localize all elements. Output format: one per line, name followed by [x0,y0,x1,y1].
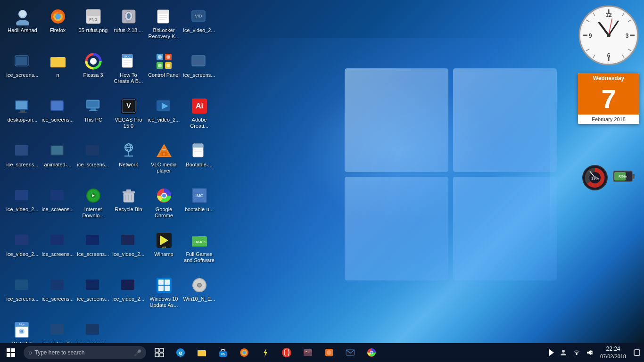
winamp-taskbar-button[interactable] [255,343,276,362]
icon-ice-screen-11[interactable]: ice_screens... [75,273,111,318]
microphone-icon: 🎤 [134,349,141,356]
icon-vegas-pro[interactable]: V VEGAS Pro 15.0 [111,94,146,139]
svg-rect-3 [453,177,557,280]
icon-bootable-a[interactable]: Bootable-... [182,139,217,184]
svg-rect-25 [16,57,27,65]
icon-full-games[interactable]: GAMES Full Games and Software [182,229,217,273]
show-hidden-icons-button[interactable] [546,343,557,362]
network-tray-icon[interactable] [570,343,583,362]
mail-taskbar-button[interactable] [339,343,361,362]
firefox-taskbar-button[interactable] [233,343,255,362]
icon-label: Hadil Arshad [8,27,37,33]
icon-label: This PC [84,117,102,123]
svg-rect-90 [123,191,135,193]
icon-google-chrome[interactable]: Google Chrome [146,184,182,229]
icon-ice-video-1[interactable]: VID ice_video_2... [182,5,217,49]
icon-recycle-bin[interactable]: Recycle Bin [111,184,146,229]
svg-rect-163 [11,348,15,352]
ice-screen-7-icon [49,231,67,250]
svg-text:Ai: Ai [196,102,203,110]
task-view-button[interactable] [149,343,170,362]
rufus-png-icon: PNG [84,7,103,26]
icon-ice-video-3[interactable]: ice_video_2... [5,184,40,229]
svg-text:12: 12 [605,12,612,18]
svg-rect-47 [16,101,27,109]
icon-05-rufus-png[interactable]: PNG 05-rufus.png [75,5,111,49]
icon-adobe-creative[interactable]: Ai Adobe Creati... [182,94,217,139]
photos-taskbar-button[interactable] [297,343,318,362]
icon-ice-screen-12[interactable]: ice_screens... [75,318,111,343]
icon-desktop-an[interactable]: desktop-an... [5,94,40,139]
icon-label: bootable-u... [185,206,214,213]
icon-win10-n-e[interactable]: Win10_N_E... [182,273,217,318]
icon-ice-screen-5[interactable]: ice_screens... [75,139,111,184]
icon-vlc[interactable]: VLC media player [146,139,182,184]
icon-this-pc[interactable]: This PC [75,94,111,139]
icon-picasa3[interactable]: Picasa 3 [75,49,111,94]
icon-ice-video-7[interactable]: ice_video_2... [40,318,75,343]
svg-rect-102 [50,235,64,245]
icon-ice-video-6[interactable]: ice_video_2... [111,273,146,318]
ice-screen-3-icon [49,97,67,115]
icon-bitlocker[interactable]: BitLocker Recovery K... [146,5,182,49]
icon-ice-screen-8[interactable]: ice_screens... [75,229,111,273]
icon-label: ice_screens... [77,251,109,257]
svg-rect-11 [86,9,100,16]
cpu-gauge: 11% [581,164,609,191]
icon-network[interactable]: Network [111,139,146,184]
icon-label: ice_video_2... [113,251,145,257]
internet-download-icon [84,186,103,205]
taskbar-search-bar[interactable]: ○ Type here to search 🎤 [24,346,146,359]
icon-label: Picasa 3 [83,72,103,78]
icon-ice-video-2[interactable]: ice_video_2... [146,94,182,139]
icon-ice-screen-7[interactable]: ice_screens... [40,229,75,273]
svg-rect-16 [126,20,131,22]
desktop: Hadil Arshad Firefox PNG [0,0,644,343]
full-games-icon: GAMES [190,231,209,250]
start-button[interactable] [0,343,21,362]
icon-waterfall[interactable]: Edge e Waterfall Example.ex... [5,318,40,343]
svg-rect-18 [157,10,169,14]
icon-bootable-u[interactable]: IMG bootable-u... [182,184,217,229]
edge-taskbar-button[interactable]: e [170,343,191,362]
icon-label: ice_video_2... [7,206,39,213]
svg-text:VID: VID [195,14,202,18]
icon-win10-update[interactable]: Windows 10 Update As... [146,273,182,318]
animated-icon [49,141,67,160]
icon-ice-screen-1[interactable]: ice_screens... [5,49,40,94]
icon-ice-video-5[interactable]: ice_video_2... [111,229,146,273]
taskbar-clock[interactable]: 22:24 07/02/2018 [596,343,630,362]
icon-firefox[interactable]: Firefox [40,5,75,49]
store-button[interactable]: 🛍 [212,343,233,362]
file-explorer-button[interactable] [191,343,212,362]
icon-ice-screen-9[interactable]: ice_screens... [5,273,40,318]
icon-ice-screen-3[interactable]: ice_screens... [40,94,75,139]
icon-ice-screen-10[interactable]: ice_screens... [40,273,75,318]
ice-video-2-icon [155,97,173,115]
svg-point-179 [242,351,246,354]
chrome-taskbar-button[interactable] [361,343,382,362]
icon-label: Internet Downlo... [77,206,109,219]
vlc-icon [155,141,173,160]
icon-how-to-create[interactable]: DOC How To Create A B... [111,49,146,94]
svg-point-157 [594,176,596,179]
orange-app-button[interactable] [318,343,339,362]
people-icon[interactable] [557,343,570,362]
icon-ice-screen-6[interactable]: ice_screens... [40,184,75,229]
opera-taskbar-button[interactable] [276,343,297,362]
svg-rect-167 [160,348,164,352]
icon-label: rufus-2.18.... [114,27,143,33]
icon-ice-video-4[interactable]: ice_video_2... [5,229,40,273]
icon-internet-download[interactable]: Internet Downlo... [75,184,111,229]
network-icon [119,141,138,160]
icon-rufus-exe[interactable]: rufus-2.18.... [111,5,146,49]
notification-center-button[interactable] [630,343,644,362]
volume-tray-icon[interactable] [583,343,596,362]
icon-winamp[interactable]: WA Winamp [146,229,182,273]
icon-ice-screen-2[interactable]: ice_screens... [182,49,217,94]
icon-hadil-arshad[interactable]: Hadil Arshad [5,5,40,49]
icon-animated[interactable]: animated-... [40,139,75,184]
icon-ice-screen-4[interactable]: ice_screens... [5,139,40,184]
icon-n-folder[interactable]: n [40,49,75,94]
icon-control-panel[interactable]: Control Panel [146,49,182,94]
